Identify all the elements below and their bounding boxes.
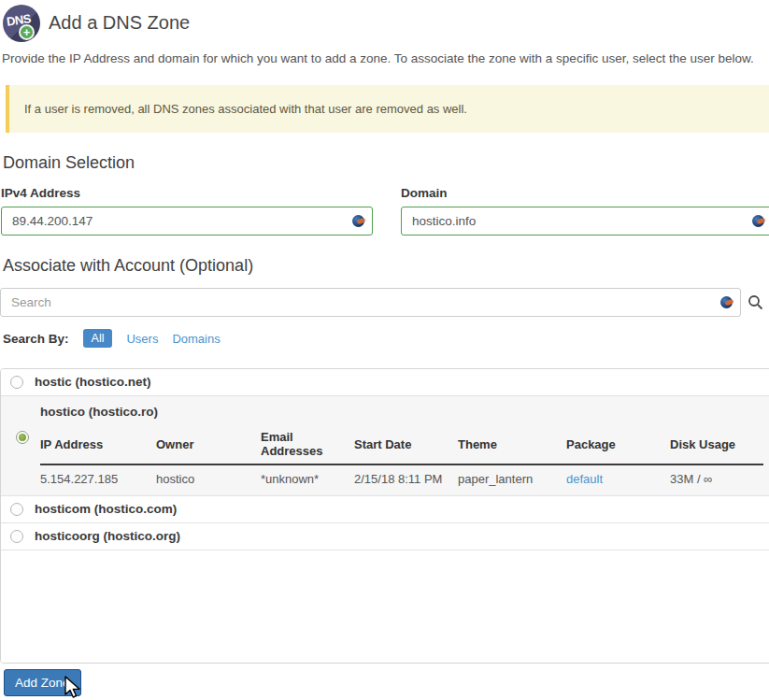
column-header: Theme <box>458 427 566 464</box>
list-empty-space <box>1 550 769 664</box>
package-cell: default <box>566 464 670 491</box>
dns-zone-icon: DNS + <box>3 5 40 42</box>
domain-label: Domain <box>401 186 769 200</box>
page-description: Provide the IP Address and domain for wh… <box>2 51 769 65</box>
warning-callout: If a user is removed, all DNS zones asso… <box>6 85 769 133</box>
ipv4-label: IPv4 Address <box>1 186 373 200</box>
account-label: hosticoorg (hostico.org) <box>35 529 180 543</box>
detail-table-value-row: 5.154.227.185 hostico *unknown* 2/15/18 … <box>40 464 763 491</box>
radio-button[interactable] <box>16 431 29 444</box>
ipv4-field-group: IPv4 Address <box>1 186 373 236</box>
radio-button[interactable] <box>10 503 23 516</box>
search-by-label: Search By: <box>3 332 69 346</box>
domain-field-group: Domain <box>401 186 769 236</box>
domain-input[interactable] <box>401 207 769 236</box>
ipv4-input-wrap <box>1 207 373 236</box>
warning-text: If a user is removed, all DNS zones asso… <box>24 102 467 116</box>
account-list: hostic (hostico.net) hostico (hostico.ro… <box>0 368 769 664</box>
search-button[interactable] <box>741 288 769 317</box>
account-label: hosticom (hostico.com) <box>35 502 177 516</box>
search-input[interactable] <box>0 288 741 317</box>
plus-badge-icon: + <box>19 24 35 40</box>
selected-account-details: IP Address Owner Email Addresses Start D… <box>10 427 769 491</box>
domain-form-row: IPv4 Address Domain <box>1 186 769 236</box>
column-header: Start Date <box>354 427 458 464</box>
domain-input-wrap <box>401 207 769 236</box>
field-sphere-icon <box>720 296 733 308</box>
detail-table-header-row: IP Address Owner Email Addresses Start D… <box>40 427 763 464</box>
ipv4-input[interactable] <box>1 207 373 236</box>
email-cell: *unknown* <box>261 464 354 491</box>
ip-address-cell: 5.154.227.185 <box>40 464 156 491</box>
account-row-hostic[interactable]: hostic (hostico.net) <box>1 369 769 396</box>
theme-cell: paper_lantern <box>458 464 566 491</box>
account-row-hosticom[interactable]: hosticom (hostico.com) <box>1 496 769 523</box>
page-header: DNS + Add a DNS Zone <box>0 0 769 43</box>
account-label: hostico (hostico.ro) <box>40 405 769 419</box>
column-header: Owner <box>156 427 261 464</box>
search-group <box>0 288 769 317</box>
field-sphere-icon <box>352 215 364 227</box>
filter-users-link[interactable]: Users <box>126 332 158 346</box>
radio-button[interactable] <box>10 530 23 543</box>
search-icon <box>748 294 763 310</box>
column-header: Disk Usage <box>670 427 763 464</box>
search-input-wrap <box>0 288 741 317</box>
filter-all-button[interactable]: All <box>83 329 113 348</box>
disk-usage-cell: 33M / ∞ <box>670 464 763 491</box>
column-header: IP Address <box>40 427 156 464</box>
owner-cell: hostico <box>156 464 261 491</box>
column-header: Package <box>566 427 670 464</box>
add-zone-button[interactable]: Add Zone <box>4 669 81 696</box>
account-row-hosticoorg[interactable]: hosticoorg (hostico.org) <box>1 523 769 550</box>
account-label: hostic (hostico.net) <box>35 375 151 389</box>
package-link[interactable]: default <box>566 472 603 486</box>
domain-selection-heading: Domain Selection <box>3 153 769 173</box>
start-date-cell: 2/15/18 8:11 PM <box>354 464 458 491</box>
radio-button[interactable] <box>10 376 23 389</box>
filter-domains-link[interactable]: Domains <box>172 332 220 346</box>
column-header: Email Addresses <box>261 427 354 464</box>
account-detail-table: IP Address Owner Email Addresses Start D… <box>40 427 763 491</box>
account-row-hostico[interactable]: hostico (hostico.ro) IP Address Owner Em… <box>1 396 769 496</box>
associate-heading: Associate with Account (Optional) <box>3 256 769 276</box>
field-sphere-icon <box>752 215 764 227</box>
search-by-row: Search By: All Users Domains <box>3 329 769 348</box>
page-title: Add a DNS Zone <box>49 12 190 34</box>
